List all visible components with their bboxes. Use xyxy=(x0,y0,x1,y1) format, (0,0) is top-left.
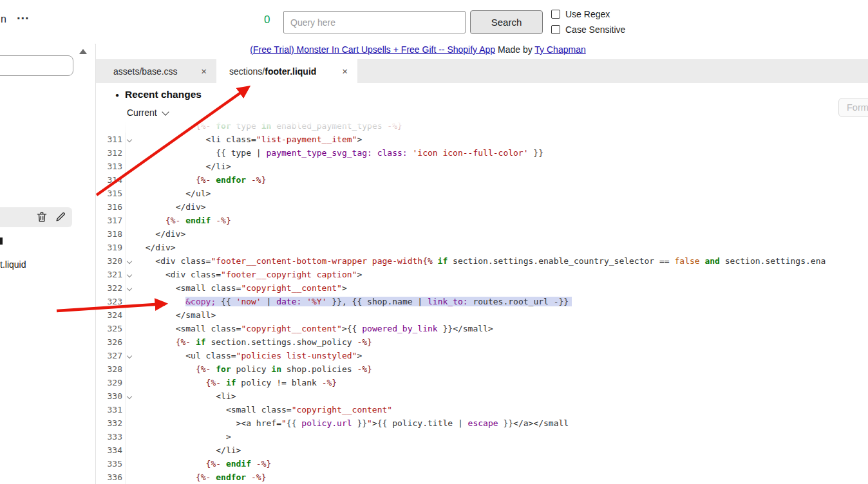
scroll-up-arrow-icon[interactable] xyxy=(79,49,87,54)
code-line: 317 {%- endif -%} xyxy=(96,214,868,227)
code-text[interactable]: ><a href="{{ policy.url }}">{{ policy.ti… xyxy=(134,416,868,430)
line-number: 312 xyxy=(96,146,126,160)
line-number: 321 xyxy=(96,268,126,281)
fold-toggle-icon xyxy=(126,470,134,484)
fold-toggle-icon[interactable] xyxy=(126,133,134,146)
banner-author-link[interactable]: Ty Chapman xyxy=(534,44,585,55)
code-line: 326 {%- if section.settings.show_policy … xyxy=(96,335,868,349)
code-line: 311 <li class="list-payment__item"> xyxy=(96,133,868,146)
line-number: 322 xyxy=(96,281,126,295)
code-line: 313 </li> xyxy=(96,160,868,173)
code-text[interactable]: <div class="footer__content-bottom-wrapp… xyxy=(134,254,868,268)
search-button[interactable]: Search xyxy=(470,10,543,34)
pencil-icon[interactable] xyxy=(54,210,67,223)
code-line: 336 {%- endfor -%} xyxy=(96,470,868,484)
fold-toggle-icon xyxy=(126,335,134,349)
tab-path: sections/ xyxy=(229,66,265,77)
code-text[interactable]: {%- if section.settings.show_policy -%} xyxy=(134,335,868,349)
fold-toggle-icon[interactable] xyxy=(126,254,134,268)
fold-toggle-icon xyxy=(126,119,134,133)
fold-toggle-icon xyxy=(126,322,134,335)
code-text[interactable]: &copy; {{ 'now' | date: '%Y' }}, {{ shop… xyxy=(134,295,868,308)
fold-toggle-icon xyxy=(126,214,134,227)
code-text[interactable]: <small class="copyright__content">{{ pow… xyxy=(134,322,868,335)
code-text[interactable]: </div> xyxy=(134,241,868,254)
fold-toggle-icon xyxy=(126,173,134,187)
version-dropdown[interactable]: Current xyxy=(127,107,168,118)
line-number: 329 xyxy=(96,376,126,389)
case-sensitive-checkbox[interactable]: Case Sensitive xyxy=(551,24,625,35)
code-text[interactable]: > xyxy=(134,430,868,443)
code-line: 329 {%- if policy != blank -%} xyxy=(96,376,868,389)
file-search-box[interactable] xyxy=(0,55,73,76)
code-line: 324 </small> xyxy=(96,308,868,322)
fold-toggle-icon xyxy=(126,241,134,254)
code-line: 323 &copy; {{ 'now' | date: '%Y' }}, {{ … xyxy=(96,295,868,308)
fold-toggle-icon[interactable] xyxy=(126,268,134,281)
fold-toggle-icon[interactable] xyxy=(126,389,134,403)
code-text[interactable]: </ul> xyxy=(134,187,868,200)
code-text[interactable]: <ul class="policies list-unstyled"> xyxy=(134,349,868,362)
code-text[interactable]: </div> xyxy=(134,227,868,241)
tab-path: assets/ xyxy=(113,66,142,77)
top-bar: n ... 0 Search Use Regex Case Sensitive xyxy=(0,0,868,44)
close-icon[interactable]: × xyxy=(342,66,348,77)
trash-icon[interactable] xyxy=(35,210,48,223)
tab-file: footer.liquid xyxy=(265,66,316,77)
code-text[interactable]: {{ type | payment_type_svg_tag: class: '… xyxy=(134,146,868,160)
code-text[interactable]: <li> xyxy=(134,389,868,403)
sidebar-file-item[interactable]: t.liquid xyxy=(0,259,26,270)
code-text[interactable]: {%- endfor -%} xyxy=(134,173,868,187)
code-line: {%- for type in enabled_payment_types -%… xyxy=(96,119,868,133)
code-text[interactable]: <small class="copyright__content"> xyxy=(134,281,868,295)
code-text[interactable]: </li> xyxy=(134,443,868,457)
code-text[interactable]: <small class="copyright__content" xyxy=(134,403,868,416)
code-text[interactable]: </small> xyxy=(134,308,868,322)
checkbox-icon[interactable] xyxy=(551,10,560,19)
code-line: 318 </div> xyxy=(96,227,868,241)
code-text[interactable]: {%- for type in enabled_payment_types -%… xyxy=(134,119,868,133)
fold-toggle-icon xyxy=(126,416,134,430)
line-number: 318 xyxy=(96,227,126,241)
overflow-menu-button[interactable]: ... xyxy=(17,8,30,23)
checkbox-icon[interactable] xyxy=(551,25,560,34)
code-line: 321 <div class="footer__copyright captio… xyxy=(96,268,868,281)
code-text[interactable]: {%- endif -%} xyxy=(134,214,868,227)
file-sidebar: t.liquid xyxy=(0,44,95,484)
fold-toggle-icon xyxy=(126,443,134,457)
code-text[interactable]: {%- if policy != blank -%} xyxy=(134,376,868,389)
use-regex-checkbox[interactable]: Use Regex xyxy=(551,9,610,19)
search-input[interactable] xyxy=(283,11,466,33)
fold-toggle-icon[interactable] xyxy=(126,349,134,362)
checkbox-label: Use Regex xyxy=(565,9,610,19)
code-text[interactable]: </li> xyxy=(134,160,868,173)
code-area[interactable]: {%- for type in enabled_payment_types -%… xyxy=(96,119,868,484)
line-number: 324 xyxy=(96,308,126,322)
line-number: 330 xyxy=(96,389,126,403)
fold-toggle-icon xyxy=(126,160,134,173)
bullet-icon: ● xyxy=(115,91,119,98)
line-number: 319 xyxy=(96,241,126,254)
tab-footer-liquid[interactable]: sections/footer.liquid × xyxy=(216,59,357,83)
fold-toggle-icon[interactable] xyxy=(126,281,134,295)
fold-toggle-icon xyxy=(126,200,134,214)
line-number: 315 xyxy=(96,187,126,200)
code-line: 316 </div> xyxy=(96,200,868,214)
code-text[interactable]: <div class="footer__copyright caption"> xyxy=(134,268,868,281)
tab-base-css[interactable]: assets/base.css × xyxy=(96,59,216,83)
line-number: 320 xyxy=(96,254,126,268)
code-text[interactable]: </div> xyxy=(134,200,868,214)
line-number: 313 xyxy=(96,160,126,173)
line-number: 323 xyxy=(96,295,126,308)
tab-bar: assets/base.css × sections/footer.liquid… xyxy=(96,59,868,83)
banner-app-link[interactable]: (Free Trial) Monster In Cart Upsells + F… xyxy=(250,44,495,55)
code-line: 330 <li> xyxy=(96,389,868,403)
code-line: 315 </ul> xyxy=(96,187,868,200)
code-text[interactable]: {%- endfor -%} xyxy=(134,470,868,484)
code-text[interactable]: <li class="list-payment__item"> xyxy=(134,133,868,146)
code-text[interactable]: {%- for policy in shop.policies -%} xyxy=(134,362,868,376)
code-text[interactable]: {%- endif -%} xyxy=(134,457,868,470)
format-button[interactable]: Format xyxy=(838,98,868,117)
close-icon[interactable]: × xyxy=(201,66,207,77)
code-line: 334 </li> xyxy=(96,443,868,457)
